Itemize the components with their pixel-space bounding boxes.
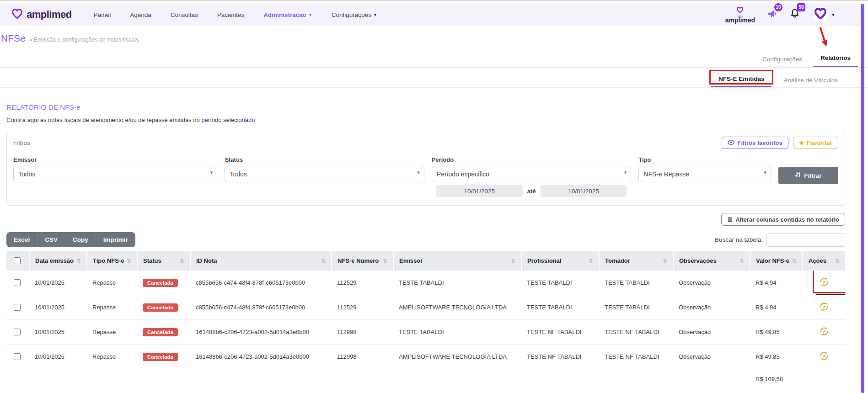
- main-nav: Painel Agenda Consultas Pacientes Admini…: [94, 11, 377, 18]
- announcements-count-badge: 10: [774, 3, 782, 11]
- row-checkbox[interactable]: [14, 353, 21, 360]
- nav-item-administracao[interactable]: Administração▼: [263, 11, 312, 18]
- cell-tomador: TESTE TABALDI: [599, 271, 673, 295]
- col-header-tipo[interactable]: Tipo NFS-e⇅: [87, 251, 137, 271]
- status-select[interactable]: Todos: [225, 166, 424, 182]
- sliders-icon: [795, 172, 801, 179]
- subtab-nfse-emitidas[interactable]: NFS-E Emitidas: [711, 72, 772, 87]
- cell-tipo: Repasse: [87, 320, 137, 345]
- notifications-button[interactable]: 58: [789, 8, 801, 21]
- col-header-valor[interactable]: Valor NFS-e⇅: [750, 251, 803, 271]
- nav-item-consultas[interactable]: Consultas: [171, 11, 198, 18]
- tab-configuracoes[interactable]: Configurações: [755, 51, 809, 67]
- status-badge: Cancelada: [143, 353, 178, 361]
- cell-data-emissao: 10/01/2025: [29, 345, 87, 369]
- report-heading: RELATÓRIO DE NFS-e Confira aqui as notas…: [6, 103, 845, 123]
- sort-icon[interactable]: ⇅: [589, 258, 593, 264]
- announcements-button[interactable]: 10: [766, 8, 778, 21]
- date-separator-label: até: [527, 188, 536, 195]
- report-title: RELATÓRIO DE NFS-e: [6, 103, 845, 111]
- export-copy-button[interactable]: Copy: [65, 232, 96, 247]
- emissor-select[interactable]: Todos: [13, 166, 217, 182]
- select-all-checkbox[interactable]: [14, 257, 21, 264]
- sort-icon[interactable]: ⇅: [511, 258, 515, 264]
- col-header-profissional[interactable]: Profissional⇅: [521, 251, 599, 271]
- audit-invoice-button[interactable]: [819, 277, 829, 288]
- col-header-acoes[interactable]: Ações⇅: [803, 251, 845, 271]
- cell-numero: 112998: [332, 320, 393, 345]
- favorite-filters-button[interactable]: Filtros favoritos: [722, 137, 788, 149]
- table-row: 10/01/2025 Repasse Cancelada c855b656-c4…: [6, 271, 845, 295]
- col-header-id-nota[interactable]: ID Nota⇅: [190, 251, 332, 271]
- right-edge-purple-bar: [861, 4, 864, 393]
- periodo-select[interactable]: Período especifico: [432, 166, 631, 182]
- nav-item-agenda[interactable]: Agenda: [130, 11, 151, 18]
- cell-data-emissao: 10/01/2025: [29, 295, 87, 320]
- filters-panel: Filtros Filtros favoritos ★ Favoritar Em…: [6, 131, 845, 206]
- table-row: 10/01/2025 Repasse Cancelada 161488b6-c2…: [6, 345, 845, 369]
- nfse-report-table: Data emissão⇅ Tipo NFS-e⇅ Status⇅ ID Not…: [6, 251, 845, 389]
- col-header-tomador[interactable]: Tomador⇅: [599, 251, 673, 271]
- sort-icon[interactable]: ⇅: [835, 258, 840, 264]
- breadcrumb: NFSe » Emissão e configurações de notas …: [0, 26, 868, 44]
- sort-icon[interactable]: ⇅: [180, 258, 184, 264]
- cell-tipo: Repasse: [87, 295, 137, 320]
- row-checkbox[interactable]: [14, 279, 21, 286]
- audit-invoice-button[interactable]: [819, 326, 829, 338]
- filtrar-button[interactable]: Filtrar: [778, 167, 838, 184]
- sort-icon[interactable]: ⇅: [663, 258, 667, 264]
- bell-icon: [789, 13, 801, 21]
- heart-logo-icon: [736, 6, 744, 15]
- sort-icon[interactable]: ⇅: [127, 258, 131, 264]
- cell-tomador: TESTE TABALDI: [599, 295, 673, 320]
- export-print-button[interactable]: Imprimir: [96, 232, 135, 247]
- brand-logo[interactable]: amplimed: [11, 8, 72, 22]
- col-header-data-emissao[interactable]: Data emissão⇅: [29, 251, 87, 271]
- list-icon: ≣: [727, 216, 733, 223]
- sort-icon[interactable]: ⇅: [792, 258, 797, 264]
- sort-icon[interactable]: ⇅: [739, 258, 744, 264]
- sort-icon[interactable]: ⇅: [321, 258, 326, 264]
- status-badge: Cancelada: [143, 328, 178, 336]
- alter-columns-button[interactable]: ≣ Alterar colunas contidas no relatório: [721, 213, 845, 226]
- cell-emissor: AMPLISOFTWARE TECNOLOGIA LTDA: [393, 295, 521, 320]
- tipo-select[interactable]: NFS-e Repasse: [638, 166, 771, 182]
- heart-logo-icon: [814, 7, 827, 22]
- date-from-input[interactable]: [436, 185, 523, 197]
- sort-icon[interactable]: ⇅: [383, 258, 387, 264]
- chevron-down-icon[interactable]: ▼: [831, 12, 836, 17]
- col-header-numero[interactable]: NFS-e Número⇅: [332, 251, 393, 271]
- emissor-select-wrap: Todos: [13, 166, 217, 182]
- heart-logo-icon: [11, 8, 23, 22]
- table-search-input[interactable]: [766, 233, 845, 247]
- emissor-label: Emissor: [13, 156, 217, 163]
- audit-invoice-button[interactable]: [819, 302, 829, 313]
- export-excel-button[interactable]: Excel: [6, 232, 37, 247]
- cell-data-emissao: 10/01/2025: [29, 320, 87, 345]
- col-header-status[interactable]: Status⇅: [137, 251, 190, 271]
- nav-item-pacientes[interactable]: Pacientes: [217, 11, 244, 18]
- tab-relatorios[interactable]: Relatórios: [813, 50, 858, 67]
- export-csv-button[interactable]: CSV: [37, 232, 65, 247]
- page-title: NFSe: [1, 33, 26, 44]
- profile-menu-button[interactable]: [812, 6, 829, 23]
- col-header-observacoes[interactable]: Observações⇅: [673, 251, 750, 271]
- cell-observacoes: Observação: [673, 271, 750, 295]
- cell-profissional: TESTE TABALDI: [521, 271, 599, 295]
- row-checkbox[interactable]: [14, 304, 21, 311]
- col-header-emissor[interactable]: Emissor⇅: [393, 251, 521, 271]
- row-checkbox[interactable]: [14, 329, 21, 335]
- date-to-input[interactable]: [541, 185, 627, 197]
- sort-icon[interactable]: ⇅: [76, 258, 81, 264]
- status-badge: Cancelada: [143, 279, 178, 287]
- audit-invoice-button[interactable]: [819, 351, 829, 362]
- cell-id-nota: c855b656-c474-48f4-878f-c605173e0b00: [190, 271, 332, 295]
- nav-item-painel[interactable]: Painel: [94, 11, 111, 18]
- subtab-analise-vinculos[interactable]: Análise de Vínculos: [776, 73, 845, 87]
- status-select-wrap: Todos: [225, 166, 424, 182]
- favoritar-button[interactable]: ★ Favoritar: [793, 137, 838, 149]
- cell-tipo: Repasse: [87, 271, 137, 295]
- tipo-label: Tipo: [638, 156, 771, 163]
- account-brand-logo[interactable]: DEV amplimed: [725, 6, 755, 23]
- nav-item-configuracoes[interactable]: Configurações▼: [332, 11, 377, 18]
